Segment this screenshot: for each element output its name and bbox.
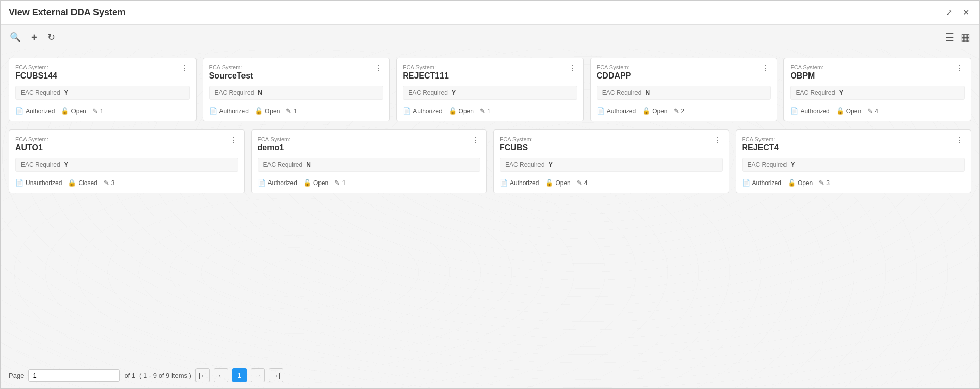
card-label: ECA System: — [258, 136, 291, 142]
card-title-group: ECA System: REJECT111 — [403, 64, 449, 81]
close-button[interactable]: ✕ — [961, 7, 971, 18]
edit-icon: ✎ — [819, 179, 824, 187]
card-header: ECA System: demo1 ⋮ — [258, 136, 481, 152]
status-item: 📄 Authorized — [15, 107, 55, 115]
card-eac-section: EAC Required Y — [500, 158, 723, 172]
card-menu-button[interactable]: ⋮ — [713, 136, 723, 144]
eac-label: EAC Required — [408, 89, 448, 96]
lock-icon: 🔓 — [642, 107, 650, 115]
first-page-button[interactable]: |← — [195, 368, 210, 382]
card-header: ECA System: FCUBS ⋮ — [500, 136, 723, 152]
page-input[interactable] — [28, 369, 120, 382]
count-item: ✎ 1 — [334, 179, 346, 187]
card-menu-button[interactable]: ⋮ — [954, 136, 965, 144]
lock-icon: 🔒 — [68, 179, 76, 187]
card-menu-button[interactable]: ⋮ — [470, 136, 480, 144]
count-item: ✎ 3 — [104, 179, 115, 187]
count-item: ✎ 1 — [92, 107, 104, 115]
expand-button[interactable]: ⤢ — [944, 7, 954, 18]
eac-label: EAC Required — [215, 89, 254, 96]
card-menu-button[interactable]: ⋮ — [567, 64, 577, 72]
card-eac-section: EAC Required N — [597, 86, 771, 100]
toolbar-right: ☰ ▦ — [944, 30, 971, 44]
status-icon: 📄 — [403, 107, 411, 115]
lock-text: Open — [71, 108, 86, 115]
card-eac-section: EAC Required Y — [403, 86, 577, 100]
edit-icon: ✎ — [867, 107, 873, 115]
card-footer: 📄 Authorized 🔓 Open ✎ 4 — [500, 176, 723, 187]
card-footer: 📄 Authorized 🔓 Open ✎ 2 — [597, 104, 771, 115]
current-page-button[interactable]: 1 — [232, 368, 247, 382]
card-title-group: ECA System: FCUBS — [500, 136, 533, 152]
status-icon: 📄 — [597, 107, 605, 115]
status-item: 📄 Authorized — [742, 179, 781, 187]
lock-item: 🔓 Open — [836, 107, 861, 115]
page-items-info: ( 1 - 9 of 9 items ) — [139, 372, 191, 379]
card-title: FCUBS — [500, 143, 533, 152]
grid-view-button[interactable]: ▦ — [960, 30, 971, 44]
prev-page-button[interactable]: ← — [214, 368, 228, 382]
card-header: ECA System: REJECT4 ⋮ — [742, 136, 965, 152]
lock-text: Open — [652, 108, 667, 115]
status-item: 📄 Authorized — [500, 179, 539, 187]
status-text: Authorized — [268, 179, 297, 187]
edit-icon: ✎ — [286, 107, 291, 115]
next-page-button[interactable]: → — [251, 368, 265, 382]
edit-icon: ✎ — [480, 107, 485, 115]
lock-icon: 🔓 — [788, 179, 796, 187]
card-title-group: ECA System: CDDAPP — [597, 64, 631, 81]
lock-text: Open — [555, 179, 570, 187]
status-item: 📄 Authorized — [597, 107, 636, 115]
card-label: ECA System: — [403, 64, 449, 70]
card-fcubs: ECA System: FCUBS ⋮ EAC Required Y 📄 Aut… — [493, 129, 729, 193]
lock-item: 🔓 Open — [255, 107, 280, 115]
eac-label: EAC Required — [602, 89, 642, 96]
lock-icon: 🔓 — [61, 107, 69, 115]
status-text: Authorized — [752, 179, 781, 187]
eac-value: Y — [452, 89, 456, 96]
edit-icon: ✎ — [104, 179, 109, 187]
card-header: ECA System: SourceTest ⋮ — [209, 64, 384, 81]
status-item: 📄 Authorized — [209, 107, 249, 115]
card-label: ECA System: — [742, 136, 779, 142]
card-title: REJECT111 — [403, 71, 449, 81]
eac-label: EAC Required — [21, 89, 60, 96]
status-text: Authorized — [607, 108, 636, 115]
card-title: AUTO1 — [15, 143, 48, 152]
status-text: Authorized — [510, 179, 539, 187]
card-title: OBPM — [790, 71, 823, 81]
card-footer: 📄 Authorized 🔓 Open ✎ 1 — [15, 104, 190, 115]
count-value: 1 — [487, 108, 491, 115]
add-button[interactable]: + — [30, 31, 38, 44]
count-value: 2 — [681, 108, 685, 115]
status-text: Authorized — [26, 108, 55, 115]
main-window: View External DDA System ⤢ ✕ 🔍 + ↻ ☰ ▦ E… — [0, 0, 980, 389]
count-value: 1 — [293, 108, 297, 115]
card-title: SourceTest — [209, 71, 253, 81]
eac-label: EAC Required — [263, 161, 303, 168]
status-text: Authorized — [800, 108, 829, 115]
toolbar-left: 🔍 + ↻ — [9, 31, 56, 44]
card-title-group: ECA System: OBPM — [790, 64, 823, 81]
card-menu-button[interactable]: ⋮ — [180, 64, 190, 72]
card-label: ECA System: — [15, 64, 57, 70]
card-menu-button[interactable]: ⋮ — [228, 136, 238, 144]
card-menu-button[interactable]: ⋮ — [954, 64, 965, 72]
eac-value: N — [306, 161, 311, 168]
edit-icon: ✎ — [577, 179, 582, 187]
list-view-button[interactable]: ☰ — [944, 30, 955, 44]
card-menu-button[interactable]: ⋮ — [373, 64, 383, 72]
page-label: Page — [9, 372, 24, 379]
status-icon: 📄 — [15, 107, 23, 115]
card-footer: 📄 Authorized 🔓 Open ✎ 3 — [742, 176, 965, 187]
last-page-button[interactable]: →| — [269, 368, 283, 382]
eac-label: EAC Required — [21, 161, 60, 168]
status-icon: 📄 — [15, 179, 23, 187]
card-fcubs144: ECA System: FCUBS144 ⋮ EAC Required Y 📄 … — [9, 58, 197, 121]
card-menu-button[interactable]: ⋮ — [761, 64, 771, 72]
card-eac-section: EAC Required N — [209, 86, 384, 100]
search-button[interactable]: 🔍 — [9, 31, 22, 44]
card-header: ECA System: CDDAPP ⋮ — [597, 64, 771, 81]
refresh-button[interactable]: ↻ — [46, 31, 56, 44]
card-eac-section: EAC Required Y — [15, 158, 238, 172]
